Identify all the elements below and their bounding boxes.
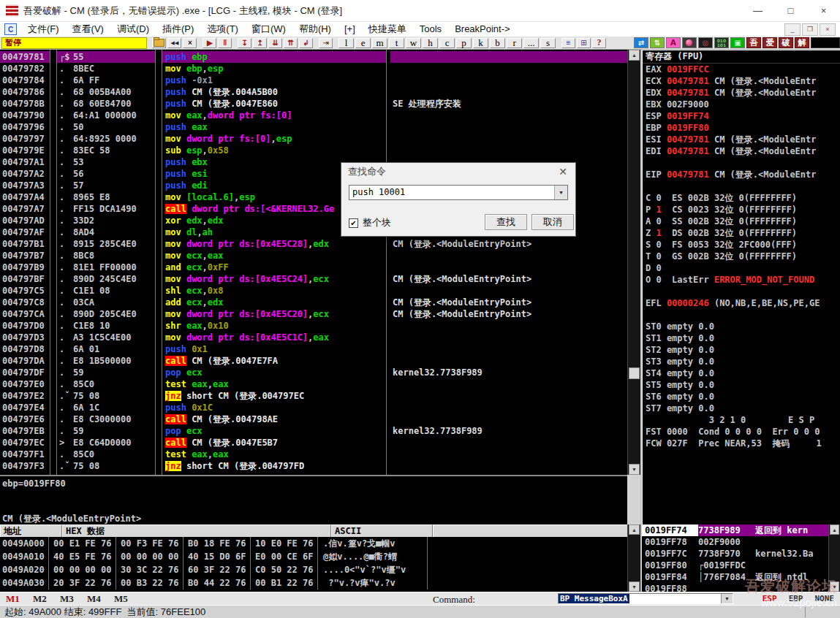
disasm-row[interactable]: 004797F3.ˇ75 08jnz short CM (登录.004797FD [0,460,627,472]
stack-row[interactable]: 0019FF78002F9000 [642,536,828,548]
window-button-h[interactable]: h [423,38,438,48]
mode-label-ebp[interactable]: EBP [789,594,803,603]
menu-item[interactable]: 文件(F) [21,23,66,34]
window-button-r[interactable]: r [507,38,522,48]
register-line[interactable]: ST0 empty 0.0 [643,321,840,332]
register-line[interactable]: A 0 SS 002B 32位 0(FFFFFFFF) [643,215,840,227]
register-line[interactable]: ST5 empty 0.0 [643,379,840,391]
animate-into-button[interactable]: ⇊ [268,38,282,48]
stack-scrollbar[interactable]: ▲ ▼ [828,524,840,592]
disasm-row[interactable]: 00479784.6A FFpush -0x1 [0,75,627,86]
cpu-window-icon[interactable]: C [4,23,17,35]
stack-pane[interactable]: 0019FF747738F989返回到 kern0019FF78002F9000… [642,524,828,592]
open-file-button[interactable] [152,38,166,48]
mode-label-none[interactable]: NONE [815,594,835,603]
checkbox-checked-icon[interactable]: ✔ [349,218,358,228]
disasm-row[interactable]: 004797DA.E8 1B500000call CM (登录.0047E7FA [0,355,627,367]
window-button-t[interactable]: t [389,38,404,48]
disasm-row[interactable]: 00479782.8BECmov ebp,esp [0,63,627,75]
disasm-row[interactable]: 00479797.64:8925 0000mov dword ptr fs:[0… [0,133,627,145]
disasm-row[interactable]: 004797B7.8BC8mov ecx,eax [0,250,627,262]
menu-item[interactable]: 调试(D) [110,23,156,34]
cancel-button[interactable]: 取消 [531,214,574,230]
green-window-icon[interactable]: ▣ [730,37,745,48]
disasm-row[interactable]: 004797B9.81E1 FF00000and ecx,0xFF [0,262,627,273]
disasm-row[interactable]: 0047978B.68 60E84700push CM (登录.0047E860… [0,98,627,110]
disasm-row[interactable]: 004797E2.ˇ75 08jnz short CM (登录.004797EC [0,390,627,402]
register-line[interactable]: EBX 002F9000 [643,99,840,110]
stack-row[interactable]: 0019FF747738F989返回到 kern [642,524,828,536]
scroll-thumb[interactable] [629,367,640,379]
disasm-row[interactable]: 00479796.50push eax [0,121,627,133]
disasm-row[interactable]: 004797DF.59pop ecxkernel32.7738F989 [0,367,627,378]
mdi-close-button[interactable]: × [820,23,836,36]
menu-item[interactable]: 插件(P) [156,23,200,34]
register-line[interactable] [643,309,840,321]
find-button[interactable]: 查找 [485,214,527,230]
window-button-m[interactable]: m [372,38,387,48]
window-button-s[interactable]: s [540,38,556,48]
register-line[interactable]: EDI 00479781 CM (登录.<ModuleEntr [643,145,840,157]
scroll-up-icon[interactable]: ▲ [629,50,640,61]
pane-divider[interactable] [640,50,642,592]
disasm-row[interactable]: 004797F1.85C0test eax,eax [0,449,627,460]
register-line[interactable]: ST1 empty 0.0 [643,332,840,344]
register-line[interactable]: P 1 CS 0023 32位 0(FFFFFFFF) [643,204,840,215]
disasm-row[interactable]: 004797EC>E8 C64D0000call CM (登录.0047E5B7 [0,437,627,449]
disassembly-pane[interactable]: 00479781┌$55push ebp00479782.8BECmov ebp… [0,50,627,475]
dialog-close-icon[interactable]: ✕ [550,163,575,180]
ball-icon[interactable] [682,37,697,48]
close-process-button[interactable]: × [183,38,197,48]
mdi-restore-button[interactable]: ❐ [802,23,818,36]
dump-row[interactable]: 0049A03020 3F 22 7600 B3 22 76B0 44 22 7… [0,576,627,590]
windows-list-button[interactable]: ⊞ [577,38,591,48]
mode-label-esp[interactable]: ESP [763,594,777,603]
registers-pane[interactable]: 寄存器 (FPU) EAX 0019FFCCECX 00479781 CM (登… [642,50,840,524]
register-line[interactable]: EBP 0019FF80 [643,122,840,134]
minimize-button[interactable]: — [741,0,774,22]
mdi-minimize-button[interactable]: _ [784,23,801,36]
chevron-down-icon[interactable]: ▼ [554,186,567,199]
register-line[interactable]: 3 2 1 0 E S P [643,414,840,426]
memory-tab-m4[interactable]: M4 [87,593,101,605]
register-line[interactable]: ESP 0019FF74 [643,110,840,122]
target-icon[interactable]: ◎ [698,37,713,48]
disasm-row[interactable]: 004797C8.03CAadd ecx,edxCM (登录.<ModuleEn… [0,297,627,308]
column-separator[interactable] [386,50,390,475]
up-down-arrows-icon[interactable]: ⇅ [650,37,665,48]
command-combobox[interactable]: BP MessageBoxA ▼ [558,593,733,604]
pause-button[interactable]: ‖ [218,38,232,48]
scroll-down-icon[interactable]: ▼ [830,581,839,592]
memory-tab-m1[interactable]: M1 [6,593,20,605]
scroll-up-icon[interactable]: ▲ [629,524,640,535]
swap-arrows-icon[interactable]: ⇄ [634,37,648,48]
maximize-button[interactable]: □ [774,0,807,22]
register-line[interactable]: ST2 empty 0.0 [643,344,840,356]
register-line[interactable]: ST6 empty 0.0 [643,391,840,403]
disasm-row[interactable]: 004797D3.A3 1C5C4E00mov dword ptr ds:[0x… [0,332,627,343]
menu-item[interactable]: BreakPoint-> [448,23,517,34]
disasm-row[interactable]: 00479790.64:A1 000000mov eax,dword ptr f… [0,110,627,121]
scroll-down-icon[interactable]: ▼ [629,464,640,475]
window-button-w[interactable]: w [406,38,421,48]
stack-row[interactable]: 0019FF80┌0019FFDC [642,560,828,571]
register-line[interactable]: FST 0000 Cond 0 0 0 0 Err 0 0 0 [643,426,840,438]
menu-item[interactable]: 选项(T) [200,23,245,34]
52pojie-char-button[interactable]: 爱 [763,37,777,48]
menu-item[interactable]: [+] [338,23,362,34]
entire-block-option[interactable]: ✔ 整个块 [349,216,391,229]
register-line[interactable]: S 0 FS 0053 32位 2FC000(FFF) [643,239,840,251]
execute-till-return-button[interactable]: ↲ [299,38,313,48]
animate-over-button[interactable]: ⇈ [284,38,298,48]
menu-item[interactable]: 查看(V) [66,23,110,34]
run-button[interactable]: ▶ [203,38,216,48]
register-line[interactable] [643,180,840,192]
disasm-row[interactable]: 004797BF.890D 245C4E0mov dword ptr ds:[0… [0,273,627,285]
menu-item[interactable]: Tools [413,23,448,34]
scroll-up-icon[interactable]: ▲ [830,524,839,535]
stack-row[interactable]: 0019FF7C7738F970kernel32.Ba [642,548,828,560]
register-line[interactable]: EIP 00479781 CM (登录.<ModuleEntr [643,169,840,180]
52pojie-char-button[interactable]: 破 [779,37,793,48]
register-line[interactable]: ST3 empty 0.0 [643,356,840,367]
disasm-row[interactable]: 0047979E.83EC 58sub esp,0x58 [0,145,627,156]
